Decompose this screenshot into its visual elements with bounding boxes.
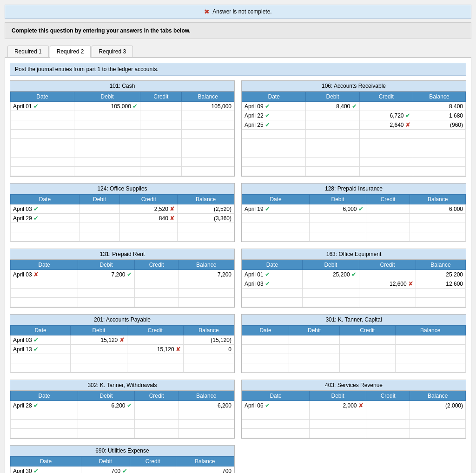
cell-credit bbox=[134, 410, 178, 420]
cell-date bbox=[11, 410, 78, 420]
table-row bbox=[242, 148, 466, 158]
cell-date bbox=[242, 335, 289, 345]
main-content: Post the journal entries from part 1 to … bbox=[5, 58, 471, 473]
cell-balance bbox=[178, 232, 234, 242]
cell-credit: 840 ✘ bbox=[120, 214, 178, 223]
check-icon: ✔ bbox=[351, 271, 357, 278]
table-row bbox=[242, 410, 466, 420]
cell-debit bbox=[310, 232, 366, 242]
cell-debit bbox=[74, 139, 140, 148]
ledger-title: 302: K. Tanner, Withdrawals bbox=[10, 380, 234, 391]
cell-balance: 12,600 bbox=[416, 279, 466, 289]
cell-balance bbox=[395, 363, 465, 373]
cell-balance: 700 bbox=[176, 466, 234, 473]
table-row bbox=[242, 345, 466, 354]
col-header: Date bbox=[11, 195, 79, 204]
cell-balance: 105,000 bbox=[182, 102, 234, 111]
check-icon: ✔ bbox=[265, 103, 270, 110]
alert-message: Answer is not complete. bbox=[212, 8, 271, 15]
tab-required1[interactable]: Required 1 bbox=[7, 46, 49, 57]
ledger-table: DateDebitCreditBalance April 01 ✔ 25,200… bbox=[242, 260, 466, 307]
cell-date: April 19 ✔ bbox=[242, 204, 310, 214]
ledger-table: DateDebitCreditBalance bbox=[242, 325, 466, 373]
cell-credit bbox=[134, 289, 178, 298]
cell-balance bbox=[182, 130, 234, 139]
cell-balance bbox=[413, 130, 465, 139]
cell-date bbox=[242, 410, 310, 420]
table-row bbox=[11, 223, 234, 232]
cell-credit bbox=[134, 270, 178, 279]
cell-date: April 29 ✔ bbox=[11, 214, 79, 223]
cell-debit bbox=[79, 214, 119, 223]
check-icon: ✔ bbox=[127, 271, 132, 278]
ledger-grid: 101: Cash DateDebitCreditBalance April 0… bbox=[10, 80, 466, 473]
cell-debit bbox=[306, 148, 359, 158]
table-header-row: DateDebitCreditBalance bbox=[242, 260, 466, 270]
tab-required2[interactable]: Required 2 bbox=[50, 46, 91, 58]
col-header: Debit bbox=[78, 391, 135, 401]
cell-credit bbox=[140, 102, 182, 111]
table-row bbox=[11, 410, 234, 420]
cell-debit bbox=[74, 111, 140, 120]
check-icon: ✔ bbox=[405, 112, 410, 119]
cell-date bbox=[11, 223, 79, 232]
cell-date bbox=[242, 420, 310, 429]
col-header: Credit bbox=[134, 260, 178, 270]
col-header: Debit bbox=[79, 195, 119, 204]
col-header: Balance bbox=[178, 195, 234, 204]
cell-debit bbox=[289, 335, 340, 345]
cell-balance bbox=[410, 429, 466, 438]
cell-credit bbox=[140, 130, 182, 139]
cell-debit: 2,000 ✘ bbox=[310, 401, 366, 410]
tab-required3[interactable]: Required 3 bbox=[92, 46, 133, 57]
instructions-bar: Complete this question by entering your … bbox=[5, 22, 471, 39]
cell-date bbox=[242, 363, 289, 373]
cell-balance bbox=[413, 167, 465, 176]
cell-credit bbox=[120, 223, 178, 232]
cell-credit bbox=[134, 279, 178, 289]
cell-credit bbox=[127, 363, 183, 373]
cell-debit bbox=[78, 420, 135, 429]
alert-icon: ✖ bbox=[204, 8, 210, 15]
error-icon: ✘ bbox=[408, 280, 413, 287]
table-header-row: DateDebitCreditBalance bbox=[242, 391, 466, 401]
table-row: April 22 ✔ 6,720 ✔ 1,680 bbox=[242, 111, 466, 120]
cell-date bbox=[242, 298, 303, 307]
ledger-prepaid-insurance: 128: Prepaid Insurance DateDebitCreditBa… bbox=[241, 183, 466, 242]
col-header: Date bbox=[11, 391, 78, 401]
ledger-table: DateDebitCreditBalance April 03 ✔ 2,520 … bbox=[10, 194, 234, 242]
cell-balance bbox=[413, 148, 465, 158]
table-row bbox=[242, 130, 466, 139]
cell-debit bbox=[302, 298, 359, 307]
cell-balance: (960) bbox=[413, 120, 465, 130]
cell-balance: 25,200 bbox=[416, 270, 466, 279]
table-row: April 01 ✔ 25,200 ✔ 25,200 bbox=[242, 270, 466, 279]
cell-balance bbox=[178, 279, 234, 289]
ledger-table: DateDebitCreditBalance April 06 ✔ 2,000 … bbox=[242, 391, 466, 438]
cell-date bbox=[11, 232, 79, 242]
col-header: Balance bbox=[416, 260, 466, 270]
ledger-table: DateDebitCreditBalance April 01 ✔ 105,00… bbox=[10, 92, 234, 176]
cell-credit bbox=[140, 148, 182, 158]
table-header-row: DateDebitCreditBalance bbox=[11, 260, 234, 270]
col-header: Debit bbox=[289, 326, 340, 335]
cell-debit bbox=[310, 214, 366, 223]
cell-date: April 03 ✘ bbox=[11, 270, 78, 279]
ledger-title: 403: Services Revenue bbox=[242, 380, 466, 391]
cell-credit bbox=[366, 214, 410, 223]
ledger-title: 106: Accounts Receivable bbox=[242, 81, 466, 92]
ledger-accounts-receivable: 106: Accounts Receivable DateDebitCredit… bbox=[241, 80, 466, 177]
cell-date bbox=[242, 354, 289, 363]
cell-debit bbox=[306, 139, 359, 148]
col-header: Date bbox=[11, 260, 78, 270]
table-row bbox=[11, 289, 234, 298]
check-icon: ✔ bbox=[132, 103, 138, 110]
col-header: Credit bbox=[127, 326, 183, 335]
cell-balance: 7,200 bbox=[178, 270, 234, 279]
col-header: Debit bbox=[78, 260, 135, 270]
error-icon: ✘ bbox=[170, 215, 175, 222]
cell-date bbox=[242, 289, 303, 298]
col-header: Debit bbox=[71, 326, 127, 335]
cell-credit bbox=[134, 401, 178, 410]
cell-date: April 30 ✔ bbox=[11, 466, 81, 473]
